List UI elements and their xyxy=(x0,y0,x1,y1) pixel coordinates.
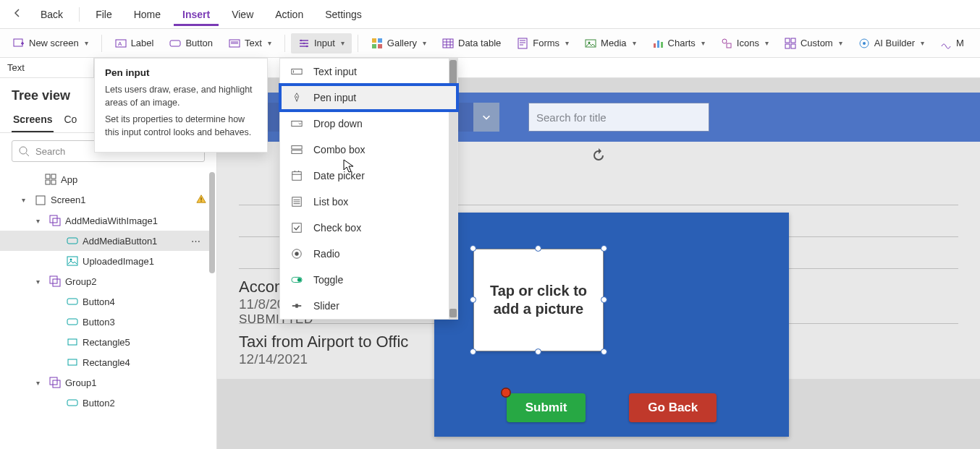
media-button[interactable]: Media ▾ xyxy=(578,33,643,54)
text-input-icon xyxy=(290,65,303,78)
tree-item-addmediabutton1[interactable]: AddMediaButton1⋯ xyxy=(0,231,212,251)
menu-file[interactable]: File xyxy=(87,3,121,26)
chevron-down-icon[interactable]: ▾ xyxy=(36,278,45,286)
menu-item-list-box[interactable]: List box xyxy=(280,189,457,215)
tree-item-screen1[interactable]: ▾Screen1 xyxy=(0,189,212,210)
menu-item-date-picker[interactable]: Date picker xyxy=(280,163,457,189)
resize-handle[interactable] xyxy=(601,245,607,252)
app-search-input[interactable]: Search for title xyxy=(528,103,709,132)
tree-item-rectangle4[interactable]: Rectangle4 xyxy=(0,352,212,372)
tree-item-label: Button4 xyxy=(83,296,115,307)
search-icon xyxy=(18,145,30,157)
resize-handle[interactable] xyxy=(601,348,607,355)
aibuilder-button[interactable]: AI Builder ▾ xyxy=(851,33,932,54)
menu-insert[interactable]: Insert xyxy=(174,3,219,26)
svg-rect-30 xyxy=(46,180,50,184)
property-selector[interactable]: Text xyxy=(0,58,94,77)
menu-item-text-input[interactable]: Text input xyxy=(280,59,457,85)
menu-item-toggle[interactable]: Toggle xyxy=(280,267,457,293)
menu-action[interactable]: Action xyxy=(266,3,312,26)
tree-item-group1[interactable]: ▾Group1 xyxy=(0,372,212,393)
menu-item-combo-box[interactable]: Combo box xyxy=(280,137,457,163)
resize-handle[interactable] xyxy=(535,245,541,252)
tree-item-app[interactable]: App xyxy=(0,169,212,189)
media-icon xyxy=(585,38,596,49)
svg-rect-37 xyxy=(67,238,77,244)
radio-icon xyxy=(290,247,303,260)
menu-item-slider[interactable]: Slider xyxy=(280,293,457,319)
dropdown-icon xyxy=(290,117,303,130)
rect-icon xyxy=(67,356,78,368)
forms-button[interactable]: Forms ▾ xyxy=(510,33,576,54)
app-search-placeholder: Search for title xyxy=(536,111,607,124)
menu-view[interactable]: View xyxy=(223,3,262,26)
chevron-down-icon: ▾ xyxy=(839,39,842,47)
tree-list: App▾Screen1▾AddMediaWithImage1AddMediaBu… xyxy=(0,169,216,449)
svg-rect-46 xyxy=(50,377,57,385)
tree-item-rectangle5[interactable]: Rectangle5 xyxy=(0,332,212,352)
button-icon xyxy=(67,235,78,247)
mixed-button[interactable]: M xyxy=(933,33,971,54)
tab-components[interactable]: Co xyxy=(62,108,78,132)
menu-item-label: Text input xyxy=(313,66,357,77)
chevron-down-icon[interactable]: ▾ xyxy=(36,217,45,225)
resize-handle[interactable] xyxy=(601,296,607,303)
menu-item-check-box[interactable]: Check box xyxy=(280,215,457,241)
scrollbar-thumb[interactable] xyxy=(449,309,457,317)
svg-point-6 xyxy=(303,42,305,44)
resize-handle[interactable] xyxy=(535,348,541,355)
custom-button[interactable]: Custom ▾ xyxy=(777,33,850,54)
menu-item-radio[interactable]: Radio xyxy=(280,241,457,267)
resize-handle[interactable] xyxy=(470,245,476,252)
button-button[interactable]: Button xyxy=(162,33,220,54)
icons-button[interactable]: Icons ▾ xyxy=(714,33,776,54)
goback-button[interactable]: Go Back xyxy=(629,393,717,422)
tree-item-uploadedimage1[interactable]: UploadedImage1 xyxy=(0,251,212,271)
chevron-down-icon[interactable]: ▾ xyxy=(22,196,30,204)
svg-rect-9 xyxy=(378,38,382,43)
menu-back[interactable]: Back xyxy=(32,3,72,26)
button-text: Button xyxy=(185,38,213,48)
aibuilder-label: AI Builder xyxy=(874,38,915,48)
menu-item-drop-down[interactable]: Drop down xyxy=(280,111,457,137)
svg-rect-22 xyxy=(791,38,795,43)
tree-item-group2[interactable]: ▾Group2 xyxy=(0,271,212,291)
charts-button[interactable]: Charts ▾ xyxy=(645,33,712,54)
icons-icon xyxy=(721,38,732,49)
menu-item-pen-input[interactable]: Pen input xyxy=(280,85,457,111)
chevron-down-icon[interactable] xyxy=(473,103,499,132)
addmediabutton-selection[interactable]: Tap or click to add a picture xyxy=(473,249,604,351)
tree-item-button3[interactable]: Button3 xyxy=(0,312,212,332)
submit-button[interactable]: Submit xyxy=(507,393,586,422)
chevron-down-icon: ▾ xyxy=(921,39,924,47)
resize-handle[interactable] xyxy=(470,348,476,355)
svg-rect-10 xyxy=(372,44,376,48)
more-options-icon[interactable]: ⋯ xyxy=(185,236,206,247)
datatable-button[interactable]: Data table xyxy=(435,33,508,54)
menu-settings[interactable]: Settings xyxy=(316,3,371,26)
new-screen-button[interactable]: New screen ▾ xyxy=(6,33,96,54)
input-button[interactable]: Input ▾ xyxy=(291,33,352,54)
gallery-button[interactable]: Gallery ▾ xyxy=(364,33,434,54)
resize-handle[interactable] xyxy=(470,296,476,303)
charts-icon xyxy=(652,38,664,49)
back-arrow-icon[interactable] xyxy=(7,4,28,24)
chevron-down-icon[interactable]: ▾ xyxy=(36,379,45,387)
tree-item-addmediawithimage1[interactable]: ▾AddMediaWithImage1 xyxy=(0,210,212,231)
svg-rect-23 xyxy=(785,44,790,48)
add-picture-placeholder[interactable]: Tap or click to add a picture xyxy=(473,249,604,351)
group-icon xyxy=(49,377,61,388)
tree-item-button4[interactable]: Button4 xyxy=(0,291,212,312)
scrollbar-thumb[interactable] xyxy=(209,172,215,273)
label-button[interactable]: A Label xyxy=(108,33,161,54)
scrollbar-thumb[interactable] xyxy=(449,60,457,86)
refresh-icon[interactable] xyxy=(591,148,606,165)
tree-item-label: Button2 xyxy=(83,398,115,409)
tree-item-button2[interactable]: Button2 xyxy=(0,393,212,413)
rect-icon xyxy=(67,336,78,348)
menu-home[interactable]: Home xyxy=(125,3,169,26)
text-button[interactable]: Text ▾ xyxy=(221,33,279,54)
tab-screens[interactable]: Screens xyxy=(12,108,54,132)
menu-bar: Back File Home Insert View Action Settin… xyxy=(0,0,980,29)
tree-item-label: Button3 xyxy=(83,317,115,328)
